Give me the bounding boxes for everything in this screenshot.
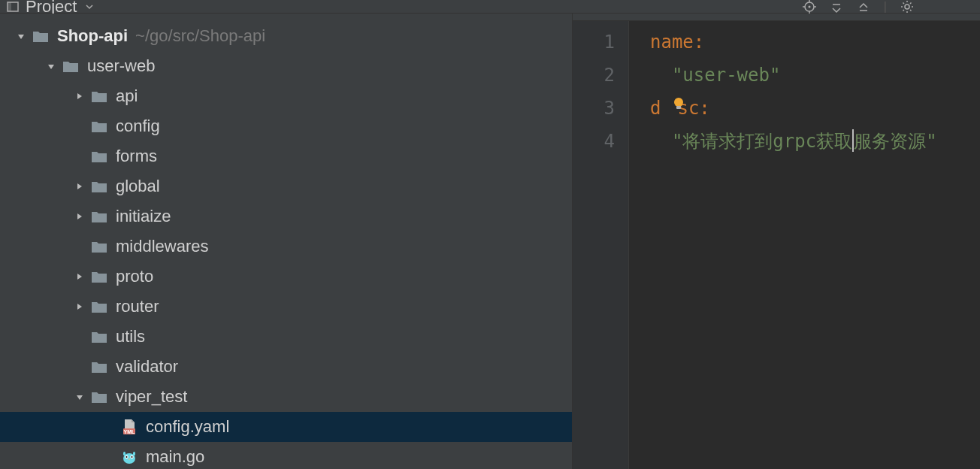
svg-rect-19	[123, 452, 126, 455]
tree-node-global[interactable]: global	[0, 171, 572, 201]
line-number: 4	[573, 125, 615, 158]
editor-area: 1 2 3 4 name: "user-web" dsc: "将请求打到grpc…	[573, 14, 980, 469]
tree-node-forms[interactable]: forms	[0, 141, 572, 171]
chevron-right-icon[interactable]	[75, 302, 84, 311]
tree-node-proto[interactable]: proto	[0, 262, 572, 292]
editor-tabbar[interactable]	[573, 14, 980, 21]
folder-icon	[62, 57, 80, 75]
tree-item-label: global	[116, 177, 160, 196]
chevron-down-icon[interactable]	[47, 62, 56, 71]
tree-item-label: proto	[116, 267, 153, 286]
yaml-string: "user-web"	[672, 65, 781, 86]
tree-item-label: api	[116, 86, 138, 106]
svg-text:YML: YML	[124, 429, 136, 434]
tree-item-label: user-web	[87, 56, 155, 76]
folder-icon	[90, 238, 108, 256]
locate-icon[interactable]	[803, 0, 816, 14]
tree-item-label: config	[116, 116, 160, 136]
chevron-right-icon[interactable]	[75, 212, 84, 221]
line-number: 1	[573, 26, 615, 59]
folder-icon	[90, 298, 108, 316]
svg-point-16	[126, 456, 128, 458]
yaml-string: "将请求打到grpc获取	[672, 131, 852, 152]
folder-icon	[90, 177, 108, 195]
tree-item-label: utils	[116, 327, 145, 346]
tree-path-hint: ~/go/src/Shop-api	[135, 26, 265, 46]
gear-icon[interactable]	[900, 0, 914, 14]
tree-node-router[interactable]: router	[0, 292, 572, 322]
svg-rect-1	[8, 2, 11, 11]
folder-icon	[90, 87, 108, 105]
code-editor[interactable]: name: "user-web" dsc: "将请求打到grpc获取服务资源"	[629, 21, 980, 469]
tree-item-label: viper_test	[116, 387, 187, 407]
tree-node-user-web[interactable]: user-web	[0, 51, 572, 81]
svg-point-3	[808, 5, 810, 8]
chevron-right-icon[interactable]	[75, 92, 84, 101]
tree-file-config-yaml[interactable]: YML config.yaml	[0, 412, 572, 442]
svg-point-17	[132, 456, 133, 458]
tree-node-api[interactable]: api	[0, 81, 572, 111]
folder-icon	[90, 207, 108, 225]
folder-icon	[90, 388, 108, 406]
tree-item-label: main.go	[146, 447, 204, 467]
folder-icon	[90, 147, 108, 165]
tree-item-label: Shop-api	[57, 26, 128, 46]
expand-all-icon[interactable]	[830, 0, 843, 14]
tree-node-config[interactable]: config	[0, 111, 572, 141]
tree-item-label: middlewares	[116, 237, 209, 256]
chevron-right-icon[interactable]	[75, 272, 84, 281]
project-toolbar: Project |	[0, 0, 980, 14]
tree-node-viper-test[interactable]: viper_test	[0, 382, 572, 412]
svg-point-18	[129, 458, 130, 460]
tree-node-middlewares[interactable]: middlewares	[0, 231, 572, 262]
svg-point-21	[674, 98, 683, 107]
project-pane-icon	[6, 0, 20, 14]
folder-icon	[90, 268, 108, 286]
folder-icon	[32, 27, 50, 45]
tree-item-label: validator	[116, 357, 178, 377]
svg-rect-20	[133, 452, 135, 455]
line-number: 3	[573, 92, 615, 125]
collapse-all-icon[interactable]	[857, 0, 870, 14]
tree-item-label: forms	[116, 147, 157, 166]
folder-icon	[90, 358, 108, 376]
yaml-file-icon: YML	[120, 418, 138, 436]
yaml-key: name	[650, 32, 694, 53]
tree-item-label: initiaize	[116, 207, 171, 226]
tree-node-initiaize[interactable]: initiaize	[0, 201, 572, 231]
editor-gutter: 1 2 3 4	[573, 21, 629, 469]
svg-rect-22	[676, 106, 681, 109]
yaml-key: d	[650, 98, 661, 119]
chevron-down-icon[interactable]	[83, 0, 96, 14]
project-tree-panel[interactable]: Shop-api ~/go/src/Shop-api user-web api …	[0, 14, 573, 469]
tree-root[interactable]: Shop-api ~/go/src/Shop-api	[0, 21, 572, 51]
tree-node-validator[interactable]: validator	[0, 352, 572, 382]
line-number: 2	[573, 59, 615, 92]
folder-icon	[90, 328, 108, 346]
tree-node-utils[interactable]: utils	[0, 322, 572, 352]
chevron-down-icon[interactable]	[75, 392, 84, 401]
folder-icon	[90, 117, 108, 135]
chevron-right-icon[interactable]	[75, 182, 84, 191]
yaml-string: 服务资源"	[854, 131, 936, 152]
tree-file-main-go[interactable]: main.go	[0, 442, 572, 469]
svg-point-10	[905, 5, 909, 9]
chevron-down-icon[interactable]	[17, 32, 26, 41]
go-file-icon	[120, 448, 138, 466]
tree-item-label: config.yaml	[146, 417, 229, 437]
intention-bulb-icon[interactable]	[671, 96, 686, 111]
tree-item-label: router	[116, 297, 159, 316]
